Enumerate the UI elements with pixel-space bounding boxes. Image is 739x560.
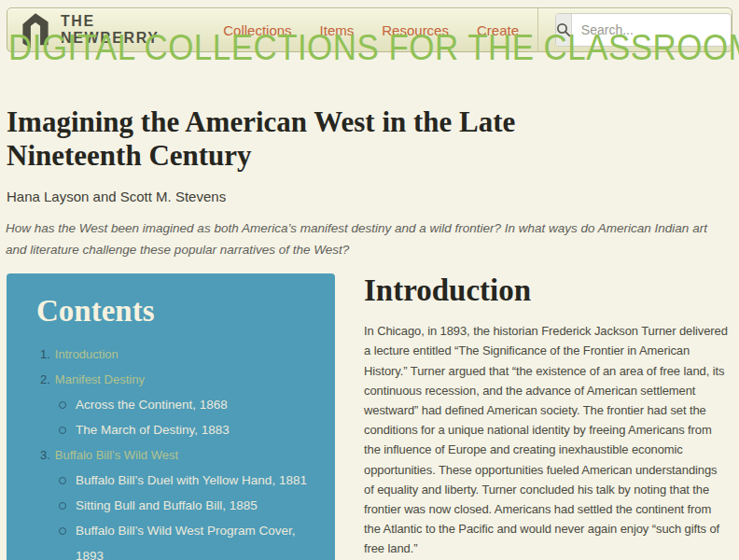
page-tagline: How has the West been imagined as both A… xyxy=(6,218,732,260)
contents-item: 2.Manifest DestinyAcross the Continent, … xyxy=(40,367,314,442)
contents-item: 1.Introduction xyxy=(40,342,314,367)
contents-subitem: Buffalo Bill’s Duel with Yellow Hand, 18… xyxy=(57,468,314,493)
contents-subitem: Across the Continent, 1868 xyxy=(57,392,314,417)
contents-item: 3.Buffalo Bill’s Wild WestBuffalo Bill’s… xyxy=(40,442,314,560)
contents-subitem-link[interactable]: Buffalo Bill’s Wild West Program Cover, … xyxy=(76,524,296,560)
page-title: Imagining the American West in the Late … xyxy=(7,105,618,173)
article-heading: Introduction xyxy=(364,273,730,308)
site-banner-title: DIGITAL COLLECTIONS FOR THE CLASSROOM xyxy=(8,28,680,68)
article-paragraph: In Chicago, in 1893, the historian Frede… xyxy=(364,321,730,558)
contents-item-number: 2. xyxy=(40,372,50,386)
contents-item-number: 3. xyxy=(40,448,50,462)
contents-subitem: Buffalo Bill’s Wild West Program Cover, … xyxy=(57,518,314,560)
contents-subitem-link[interactable]: Buffalo Bill’s Duel with Yellow Hand, 18… xyxy=(76,473,307,487)
contents-subitem: Sitting Bull and Buffalo Bill, 1885 xyxy=(57,493,314,518)
contents-subitem-link[interactable]: Sitting Bull and Buffalo Bill, 1885 xyxy=(76,498,258,512)
article: Introduction In Chicago, in 1893, the hi… xyxy=(364,273,730,560)
contents-item-number: 1. xyxy=(40,347,50,361)
contents-list: 1.Introduction2.Manifest DestinyAcross t… xyxy=(29,342,314,560)
contents-subitem: The March of Destiny, 1883 xyxy=(57,417,314,442)
contents-section-link[interactable]: Introduction xyxy=(55,347,119,361)
contents-subitem-link[interactable]: The March of Destiny, 1883 xyxy=(76,423,230,437)
page-authors: Hana Layson and Scott M. Stevens xyxy=(7,189,732,204)
article-body: In Chicago, in 1893, the historian Frede… xyxy=(364,321,730,560)
contents-section-link[interactable]: Buffalo Bill’s Wild West xyxy=(55,448,178,462)
content-columns: Contents 1.Introduction2.Manifest Destin… xyxy=(7,273,730,560)
contents-section-link[interactable]: Manifest Destiny xyxy=(55,372,145,386)
contents-sublist: Buffalo Bill’s Duel with Yellow Hand, 18… xyxy=(40,468,314,560)
contents-heading: Contents xyxy=(36,294,314,329)
contents-subitem-link[interactable]: Across the Continent, 1868 xyxy=(76,398,228,412)
contents-box: Contents 1.Introduction2.Manifest Destin… xyxy=(7,273,335,560)
contents-sublist: Across the Continent, 1868The March of D… xyxy=(40,392,314,442)
